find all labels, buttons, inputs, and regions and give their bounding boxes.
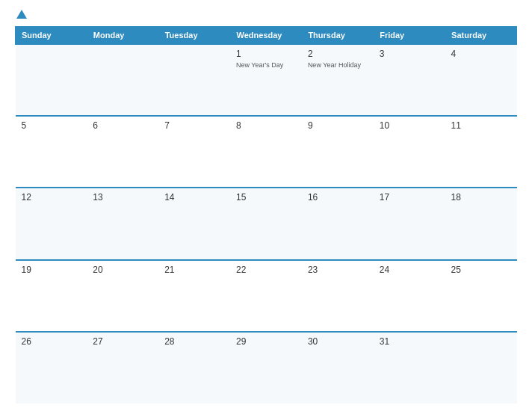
calendar-cell: 29 xyxy=(230,332,302,404)
calendar-cell: 1New Year's Day xyxy=(230,44,302,116)
calendar-cell xyxy=(158,44,230,116)
day-number: 1 xyxy=(236,49,296,59)
holiday-label: New Year's Day xyxy=(236,61,296,70)
calendar-cell: 19 xyxy=(16,260,87,332)
calendar-cell: 7 xyxy=(158,116,230,188)
day-number: 15 xyxy=(236,192,296,203)
weekday-header-thursday: Thursday xyxy=(302,27,374,45)
day-number: 27 xyxy=(93,336,152,347)
calendar-cell: 3 xyxy=(374,44,445,116)
day-number: 14 xyxy=(164,192,224,203)
week-row-5: 262728293031 xyxy=(16,332,517,404)
day-number: 13 xyxy=(93,192,152,203)
header xyxy=(15,11,517,20)
day-number: 19 xyxy=(22,265,81,275)
day-number: 22 xyxy=(236,265,296,275)
calendar-cell: 2New Year Holiday xyxy=(302,44,374,116)
day-number: 8 xyxy=(236,120,296,131)
weekday-header-saturday: Saturday xyxy=(445,27,517,45)
calendar-cell xyxy=(87,44,158,116)
day-number: 17 xyxy=(380,192,439,203)
day-number: 29 xyxy=(236,336,296,347)
day-number: 10 xyxy=(380,120,439,131)
calendar-cell: 16 xyxy=(302,188,374,259)
calendar-cell xyxy=(16,44,87,116)
calendar-cell: 5 xyxy=(16,116,87,188)
day-number: 11 xyxy=(451,120,511,131)
calendar-cell: 30 xyxy=(302,332,374,404)
calendar-cell: 21 xyxy=(158,260,230,332)
day-number: 24 xyxy=(380,265,439,275)
calendar-cell: 15 xyxy=(230,188,302,259)
calendar-cell: 10 xyxy=(374,116,445,188)
day-number: 25 xyxy=(451,265,511,275)
calendar-cell: 23 xyxy=(302,260,374,332)
day-number: 16 xyxy=(308,192,368,203)
day-number: 26 xyxy=(22,336,81,347)
calendar-cell: 11 xyxy=(445,116,517,188)
logo xyxy=(15,11,27,20)
logo-triangle-icon xyxy=(16,10,27,19)
calendar-cell: 6 xyxy=(87,116,158,188)
week-row-4: 19202122232425 xyxy=(16,260,517,332)
calendar-cell: 12 xyxy=(16,188,87,259)
day-number: 7 xyxy=(164,120,224,131)
weekday-header-row: SundayMondayTuesdayWednesdayThursdayFrid… xyxy=(16,27,517,45)
calendar-cell: 18 xyxy=(445,188,517,259)
calendar-cell: 22 xyxy=(230,260,302,332)
day-number: 12 xyxy=(22,192,81,203)
calendar-cell: 13 xyxy=(87,188,158,259)
week-row-3: 12131415161718 xyxy=(16,188,517,259)
day-number: 21 xyxy=(164,265,224,275)
day-number: 23 xyxy=(308,265,368,275)
day-number: 28 xyxy=(164,336,224,347)
calendar-cell: 8 xyxy=(230,116,302,188)
day-number: 18 xyxy=(451,192,511,203)
calendar-cell: 20 xyxy=(87,260,158,332)
day-number: 9 xyxy=(308,120,368,131)
calendar-cell: 26 xyxy=(16,332,87,404)
weekday-header-wednesday: Wednesday xyxy=(230,27,302,45)
country-label xyxy=(465,11,517,15)
holiday-label: New Year Holiday xyxy=(308,61,368,70)
calendar-cell: 25 xyxy=(445,260,517,332)
calendar-cell xyxy=(445,332,517,404)
calendar-cell: 27 xyxy=(87,332,158,404)
day-number: 20 xyxy=(93,265,152,275)
weekday-header-tuesday: Tuesday xyxy=(158,27,230,45)
weekday-header-monday: Monday xyxy=(87,27,158,45)
calendar-cell: 4 xyxy=(445,44,517,116)
week-row-1: 1New Year's Day2New Year Holiday34 xyxy=(16,44,517,116)
calendar-page: SundayMondayTuesdayWednesdayThursdayFrid… xyxy=(0,0,532,411)
weekday-header-friday: Friday xyxy=(374,27,445,45)
calendar-table: SundayMondayTuesdayWednesdayThursdayFrid… xyxy=(15,26,517,404)
calendar-cell: 24 xyxy=(374,260,445,332)
calendar-cell: 14 xyxy=(158,188,230,259)
day-number: 6 xyxy=(93,120,152,131)
day-number: 31 xyxy=(380,336,439,347)
day-number: 30 xyxy=(308,336,368,347)
calendar-cell: 28 xyxy=(158,332,230,404)
day-number: 2 xyxy=(308,49,368,59)
calendar-cell: 31 xyxy=(374,332,445,404)
week-row-2: 567891011 xyxy=(16,116,517,188)
day-number: 5 xyxy=(22,120,81,131)
calendar-cell: 17 xyxy=(374,188,445,259)
calendar-cell: 9 xyxy=(302,116,374,188)
day-number: 3 xyxy=(380,49,439,59)
day-number: 4 xyxy=(451,49,511,59)
weekday-header-sunday: Sunday xyxy=(16,27,87,45)
